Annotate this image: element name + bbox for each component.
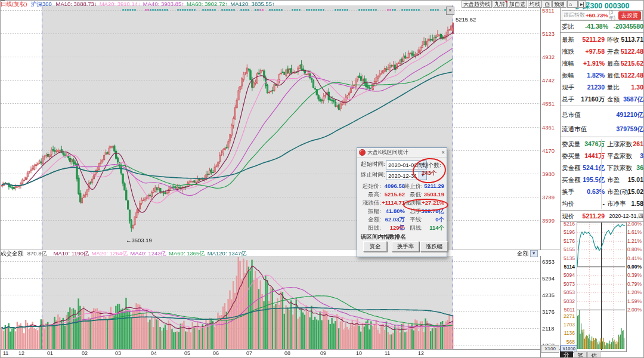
lock-icon[interactable]: ⌂: [567, 1, 578, 8]
start-time-label: 起始时间:: [361, 161, 385, 167]
cap-row: 流通市值379759亿: [562, 122, 643, 136]
toolbar-button-2[interactable]: 九转: [493, 1, 507, 8]
toolbar-button-6[interactable]: 预测: [552, 1, 566, 8]
month-label[interactable]: 05: [184, 350, 190, 356]
region-start-line[interactable]: [42, 5, 42, 349]
signal-dot-icon: [207, 9, 209, 11]
region-end-line[interactable]: [453, 5, 453, 349]
signal-dot-icon: [154, 9, 156, 11]
mini-pct-tick: 1.59%: [627, 298, 642, 304]
mini-vol-tick: 2271: [561, 313, 575, 319]
month-label[interactable]: 02: [82, 350, 88, 356]
signal-dot-icon: [187, 9, 188, 11]
value: +97.58: [577, 45, 605, 57]
vol-ma-value-4: MA60: 1365亿: [169, 250, 205, 257]
month-label[interactable]: 07: [246, 350, 252, 356]
dialog-titlebar[interactable]: 大盘K线区间统计 ×: [357, 148, 447, 158]
month-label[interactable]: 08: [284, 350, 290, 356]
month-label[interactable]: 12: [18, 350, 24, 356]
mini-price-tick: 5176: [561, 238, 575, 244]
price-tick: 3789: [542, 194, 555, 200]
toolbar-button-4[interactable]: 均线: [528, 1, 542, 8]
end-date-combo[interactable]: 2020-12-31▼: [386, 171, 427, 180]
signal-dot-icon: [274, 9, 275, 11]
tab-分[interactable]: 分: [560, 351, 573, 358]
dialog-button-涨跌幅[interactable]: 涨跌幅: [420, 241, 448, 252]
label: 涨幅: [562, 57, 574, 69]
signal-dot-icon: [231, 9, 233, 11]
main-kline-chart[interactable]: [1, 5, 541, 250]
label: 振幅: [562, 69, 574, 81]
cap-row: 总市值491210亿: [562, 107, 643, 122]
signal-dot-icon: [339, 9, 341, 11]
volume-indicator-select[interactable]: 金额 ▼: [517, 250, 538, 258]
signal-dot-icon: [387, 9, 389, 11]
tab-笔[interactable]: 笔: [574, 351, 587, 358]
toolbar-button-1[interactable]: 大盘趋势线: [462, 1, 492, 8]
value: +1.91%: [577, 57, 605, 69]
stat-label: 金额:: [361, 216, 381, 224]
signal-dot-icon: [212, 9, 213, 11]
signal-dot-icon: [202, 9, 204, 11]
divider: [561, 137, 644, 137]
period-label[interactable]: 日线(复权): [1, 1, 27, 7]
divider: [561, 106, 644, 106]
signal-dot-icon: [159, 9, 161, 11]
signal-dot-icon: [392, 9, 394, 11]
signal-dot-icon: [435, 9, 436, 11]
vol-ma-value-2: MA20: 1264亿: [92, 250, 128, 257]
value: 3: [617, 150, 643, 162]
collapse-panel-icon[interactable]: ▸|: [578, 1, 586, 8]
chevron-down-icon[interactable]: ▼: [530, 250, 538, 257]
price-axis-line: [540, 5, 541, 357]
volume-tick: 6353: [542, 258, 555, 265]
month-label[interactable]: 11: [385, 350, 390, 356]
value: 5113.71: [617, 33, 643, 45]
signal-dot-icon: [278, 9, 280, 11]
month-label[interactable]: 11: [3, 350, 8, 356]
price-label: 现价: [562, 211, 574, 221]
toolbar-button-5[interactable]: 画: [543, 1, 552, 8]
vol-ma-value-1: MA10: 1190亿: [54, 250, 89, 257]
detail-row: 换手0.63%市盈(动)15.02: [562, 186, 643, 197]
stat-label: 起始价:: [361, 183, 381, 190]
tab-估[interactable]: 估: [587, 351, 600, 358]
dialog-button-资金[interactable]: 资金: [363, 241, 387, 252]
dialog-close-icon[interactable]: ×: [441, 149, 445, 156]
volume-title[interactable]: 成交金额: [1, 250, 23, 257]
mini-pct-tick: 2.00%: [627, 221, 642, 227]
month-label[interactable]: 12: [418, 350, 424, 356]
signal-dot-icon: [406, 9, 408, 11]
signal-dot-icon: [191, 9, 193, 11]
weibi-row: 委比 -41.38% -20345580: [562, 21, 643, 32]
volume-chart[interactable]: [1, 256, 541, 349]
mini-pct-tick: 0.79%: [627, 281, 642, 287]
signal-dot-icon: [226, 9, 228, 11]
month-label[interactable]: 03: [115, 350, 121, 356]
signal-dot-icon: [416, 9, 417, 11]
pane-splitter[interactable]: [1, 249, 560, 249]
weibi-label: 委比: [562, 21, 574, 32]
ma-value-1: MA10: 3888.73↓: [55, 1, 97, 7]
month-label[interactable]: 01: [47, 350, 53, 356]
signal-dot-icon: [255, 9, 256, 11]
x-axis-line: [1, 349, 560, 350]
region-close-icon[interactable]: ×: [446, 7, 454, 15]
month-label[interactable]: 04: [151, 350, 157, 356]
dialog-button-换手率[interactable]: 换手率: [392, 241, 419, 252]
quote-row: 涨幅+1.91%最高5215.62: [562, 57, 643, 69]
signal-dot-icon: [127, 9, 129, 11]
mini-pct-tick: 2.00%: [627, 307, 642, 313]
ma-value-5: MA120: 3835.55↑: [230, 1, 274, 7]
value: 5122.48: [617, 69, 643, 81]
invest-button[interactable]: 去投资: [618, 11, 642, 20]
kline-range-stats-dialog[interactable]: 大盘K线区间统计 × 起始时间: 2020-01-02▼ 终止时间: 2020-…: [357, 147, 447, 257]
month-label[interactable]: 06: [213, 350, 219, 356]
intraday-mini-chart[interactable]: [577, 223, 625, 350]
signal-dot-icon: [164, 9, 166, 11]
month-label[interactable]: 10: [356, 350, 362, 356]
month-label[interactable]: 09: [320, 350, 326, 356]
weibi-value: -41.38%: [578, 21, 608, 32]
price-tick: 4742: [542, 77, 555, 84]
toolbar-button-3[interactable]: 加自选: [507, 1, 527, 8]
